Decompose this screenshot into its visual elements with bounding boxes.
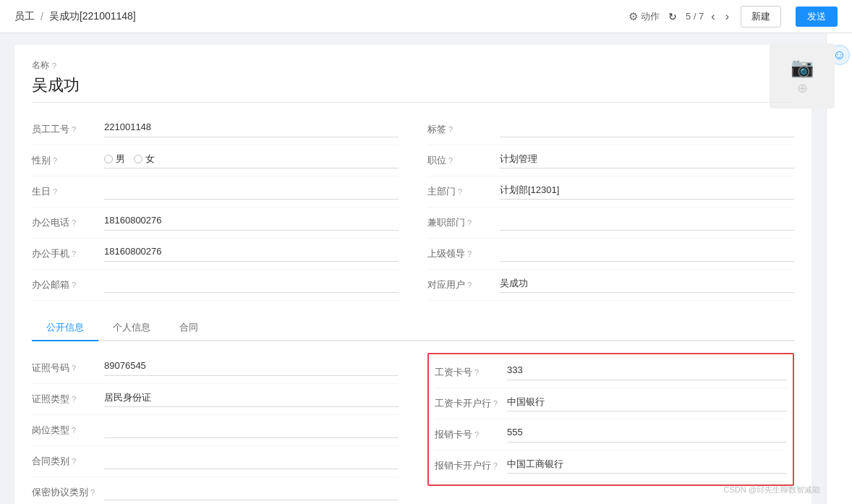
position-type-value — [104, 422, 399, 438]
position-type-label: 岗位类型 ? — [32, 424, 104, 437]
superior-help[interactable]: ? — [467, 249, 472, 258]
id-type-help[interactable]: ? — [72, 395, 76, 403]
gender-female-option[interactable]: 女 — [134, 153, 155, 166]
birthday-help[interactable]: ? — [53, 187, 57, 196]
actions-button[interactable]: ⚙ 动作 — [629, 10, 660, 23]
office-phone-help[interactable]: ? — [72, 218, 76, 227]
salary-card-help[interactable]: ? — [474, 368, 479, 377]
public-info-grid: 证照号码 ? 89076545 证照类型 ? 居民身份证 岗位类型 — [32, 353, 794, 504]
nav-prev-icon[interactable]: ‹ — [708, 9, 717, 25]
gender-female-label: 女 — [145, 153, 155, 166]
breadcrumb-employee[interactable]: 员工 — [14, 10, 35, 23]
office-email-row: 办公邮箱 ? — [32, 270, 399, 301]
confidentiality-value — [104, 484, 399, 500]
public-info-right: 工资卡号 ? 333 工资卡开户行 ? 中国银行 — [413, 353, 794, 504]
nav-next-icon[interactable]: › — [723, 9, 732, 25]
name-label-text: 名称 — [32, 59, 49, 72]
main-content: 📷 ⊕ 名称 ? 吴成功 员工工号 ? 22100114 — [0, 33, 826, 504]
nav-controls: 5 / 7 ‹ › — [686, 9, 732, 25]
breadcrumb-current: 吴成功[221001148] — [49, 10, 136, 23]
part-time-dept-help[interactable]: ? — [467, 218, 472, 227]
main-dept-label: 主部门 ? — [427, 185, 500, 198]
expense-bank-help[interactable]: ? — [493, 461, 498, 470]
gear-icon: ⚙ — [629, 10, 638, 23]
salary-card-label: 工资卡号 ? — [435, 366, 507, 379]
tab-contract[interactable]: 合同 — [165, 315, 213, 341]
tab-public-info[interactable]: 公开信息 — [32, 315, 98, 341]
part-time-dept-label: 兼职部门 ? — [427, 216, 500, 229]
employee-id-label: 员工工号 ? — [32, 123, 104, 136]
send-button[interactable]: 发送 — [796, 7, 838, 27]
office-phone-value: 18160800276 — [104, 215, 399, 231]
refresh-icon[interactable]: ↻ — [668, 11, 677, 22]
gender-female-radio[interactable] — [134, 155, 142, 163]
office-phone-label: 办公电话 ? — [32, 216, 104, 229]
office-phone-row: 办公电话 ? 18160800276 — [32, 208, 399, 239]
office-mobile-row: 办公手机 ? 18160800276 — [32, 239, 399, 270]
main-dept-help[interactable]: ? — [458, 187, 462, 196]
confidentiality-row: 保密协议类别 ? — [32, 477, 399, 504]
corresponding-user-help[interactable]: ? — [467, 281, 472, 289]
office-email-value — [104, 277, 399, 293]
superior-label: 上级领导 ? — [427, 247, 500, 260]
main-dept-row: 主部门 ? 计划部[12301] — [427, 176, 794, 208]
tag-value — [500, 121, 794, 137]
tag-label: 标签 ? — [427, 123, 500, 136]
gender-help[interactable]: ? — [53, 156, 57, 165]
office-email-label: 办公邮箱 ? — [32, 278, 104, 291]
name-help-icon[interactable]: ? — [52, 61, 56, 70]
tabs-bar: 公开信息 个人信息 合同 — [32, 315, 794, 341]
financial-info-box: 工资卡号 ? 333 工资卡开户行 ? 中国银行 — [427, 353, 794, 486]
new-button[interactable]: 新建 — [741, 6, 781, 27]
name-label-row: 名称 ? — [32, 59, 794, 72]
id-type-value: 居民身份证 — [104, 391, 399, 407]
actions-label: 动作 — [641, 10, 660, 23]
id-number-help[interactable]: ? — [72, 364, 76, 372]
corresponding-user-row: 对应用户 ? 吴成功 — [427, 270, 794, 301]
position-value: 计划管理 — [500, 153, 794, 168]
gender-value: 男 女 — [104, 153, 399, 168]
confidentiality-label: 保密协议类别 ? — [32, 486, 104, 499]
top-bar-actions: ⚙ 动作 ↻ 5 / 7 ‹ › 新建 发送 — [629, 6, 838, 27]
name-section: 名称 ? 吴成功 — [32, 59, 794, 103]
form-grid: 员工工号 ? 221001148 性别 ? — [32, 114, 794, 301]
employee-id-help[interactable]: ? — [72, 125, 76, 134]
part-time-dept-row: 兼职部门 ? — [427, 208, 794, 239]
salary-card-row: 工资卡号 ? 333 — [435, 357, 787, 388]
position-row: 职位 ? 计划管理 — [427, 145, 794, 176]
gender-male-radio[interactable] — [104, 155, 113, 163]
expense-card-help[interactable]: ? — [474, 430, 479, 439]
expense-bank-row: 报销卡开户行 ? 中国工商银行 — [435, 450, 787, 482]
part-time-dept-value — [500, 215, 794, 231]
office-mobile-help[interactable]: ? — [72, 249, 76, 258]
salary-bank-label: 工资卡开户行 ? — [435, 397, 507, 410]
position-help[interactable]: ? — [448, 156, 453, 165]
salary-card-value: 333 — [507, 364, 787, 380]
confidentiality-help[interactable]: ? — [90, 488, 95, 497]
id-type-label: 证照类型 ? — [32, 393, 104, 406]
id-number-label: 证照号码 ? — [32, 362, 104, 375]
left-column: 员工工号 ? 221001148 性别 ? — [32, 114, 413, 301]
salary-bank-value: 中国银行 — [507, 396, 787, 411]
office-mobile-label: 办公手机 ? — [32, 247, 104, 260]
main-dept-value: 计划部[12301] — [500, 184, 794, 200]
salary-bank-row: 工资卡开户行 ? 中国银行 — [435, 388, 787, 419]
gender-male-option[interactable]: 男 — [104, 153, 125, 166]
position-type-row: 岗位类型 ? — [32, 415, 399, 446]
expense-bank-value: 中国工商银行 — [507, 458, 787, 474]
watermark: CSDN @邱先生聊数智减能 — [724, 484, 820, 495]
id-type-row: 证照类型 ? 居民身份证 — [32, 384, 399, 415]
position-type-help[interactable]: ? — [72, 426, 76, 435]
tag-help[interactable]: ? — [448, 125, 453, 134]
contract-type-help[interactable]: ? — [72, 457, 76, 466]
salary-bank-help[interactable]: ? — [493, 399, 498, 408]
position-label: 职位 ? — [427, 154, 500, 167]
tab-personal-info[interactable]: 个人信息 — [98, 315, 165, 341]
office-email-help[interactable]: ? — [72, 281, 76, 289]
name-value: 吴成功 — [32, 74, 794, 103]
corresponding-user-label: 对应用户 ? — [427, 278, 500, 291]
top-bar: 员工 / 吴成功[221001148] ⚙ 动作 ↻ 5 / 7 ‹ › 新建 … — [0, 0, 852, 33]
office-mobile-value: 18160800276 — [104, 246, 399, 262]
gender-label: 性别 ? — [32, 154, 104, 167]
expense-card-label: 报销卡号 ? — [435, 428, 507, 441]
